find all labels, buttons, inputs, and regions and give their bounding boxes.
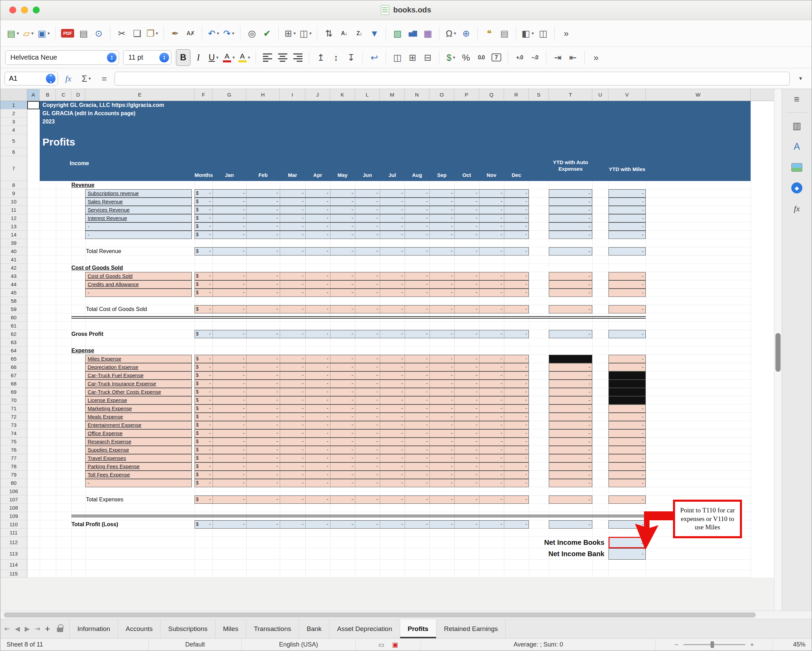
row-header-62[interactable]: 62 [0, 330, 27, 338]
cell-P[interactable]: - [454, 462, 479, 471]
cell-G[interactable]: - [212, 520, 246, 529]
combo-dropdown-icon[interactable]: ▴▾ [46, 74, 55, 84]
cell-H[interactable]: - [246, 281, 280, 289]
equals-icon[interactable]: = [97, 70, 111, 87]
cell-T[interactable]: - [549, 214, 592, 223]
cell-R[interactable]: - [504, 454, 529, 462]
clear-formatting-icon[interactable]: A✗ [183, 25, 198, 42]
cell-P[interactable]: - [454, 413, 479, 421]
cell-E[interactable]: Miles Expense [85, 355, 192, 363]
cell-L[interactable]: - [355, 330, 380, 338]
dropdown-caret-icon[interactable]: ▾ [232, 31, 235, 36]
cell-N[interactable]: - [404, 363, 429, 371]
cell-F[interactable]: -$ [195, 223, 212, 231]
cell-reference-box[interactable]: A1 ▴▾ [5, 72, 58, 85]
row-header-80[interactable]: 80 [0, 479, 27, 487]
vertical-scrollbar-thumb[interactable] [775, 333, 781, 372]
cell-L[interactable]: - [355, 380, 380, 388]
cell-R[interactable]: - [504, 404, 529, 413]
zoom-out-icon[interactable]: − [675, 641, 678, 649]
sheet-tab-accounts[interactable]: Accounts [118, 619, 160, 638]
cell-J[interactable]: - [305, 198, 330, 206]
cell-R[interactable]: - [504, 223, 529, 231]
cell-E[interactable]: Cost of Goods Sold [85, 272, 192, 281]
cell-V[interactable] [609, 396, 646, 404]
cell-F[interactable]: -$ [195, 231, 212, 239]
cell-T[interactable]: - [549, 231, 592, 239]
cell-T[interactable]: - [549, 396, 592, 404]
cell-V[interactable]: - [609, 446, 646, 454]
zoom-slider[interactable] [683, 644, 745, 645]
cell-N[interactable]: - [404, 206, 429, 214]
sort-descending-icon[interactable]: Z↓ [352, 25, 366, 42]
cell-P[interactable]: - [454, 281, 479, 289]
function-wizard-icon[interactable]: fx [61, 70, 76, 87]
dropdown-caret-icon[interactable]: ▾ [47, 31, 50, 36]
row-header-9[interactable]: 9 [0, 189, 27, 198]
cell-H[interactable]: - [246, 289, 280, 297]
cell-J[interactable]: - [305, 388, 330, 396]
row-header-5[interactable]: 5 [0, 134, 27, 148]
cell-Q[interactable]: - [479, 471, 504, 479]
cell-P[interactable]: - [454, 214, 479, 223]
row-header-110[interactable]: 110 [0, 520, 27, 529]
cell-I[interactable]: - [280, 479, 305, 487]
cell-N[interactable]: - [404, 438, 429, 446]
cell-L[interactable]: - [355, 231, 380, 239]
cell-H[interactable]: - [246, 421, 280, 429]
column-header-W[interactable]: W [646, 89, 751, 101]
cell-L[interactable]: - [355, 281, 380, 289]
cell-E[interactable]: Marketing Expense [85, 404, 192, 413]
dropdown-caret-icon[interactable]: ▾ [453, 55, 455, 60]
cell-V[interactable]: - [609, 363, 646, 371]
cell-V[interactable]: - [609, 247, 646, 256]
cell-R[interactable]: - [504, 380, 529, 388]
combo-dropdown-icon[interactable]: ▴▾ [107, 53, 117, 63]
cell-P[interactable]: - [454, 495, 479, 504]
cell-P[interactable]: - [454, 189, 479, 198]
cell-K[interactable]: - [330, 495, 355, 504]
row-header-73[interactable]: 73 [0, 421, 27, 429]
cell-V[interactable]: - [609, 272, 646, 281]
cell-Q[interactable]: - [479, 281, 504, 289]
cell-O[interactable]: - [429, 429, 454, 438]
cell-E[interactable]: Research Expense [85, 438, 192, 446]
zoom-window-icon[interactable] [33, 6, 40, 14]
cell-E[interactable]: Interest Revenue [85, 214, 192, 223]
cell-O[interactable]: - [429, 479, 454, 487]
spelling-icon[interactable]: ✔ [260, 25, 274, 42]
undo-icon[interactable]: ↶▾ [206, 25, 221, 42]
font-name-combo[interactable]: Helvetica Neue ▴▾ [5, 50, 119, 65]
cell-M[interactable]: - [380, 305, 404, 313]
cell-V[interactable] [609, 371, 646, 380]
cell-H[interactable]: - [246, 479, 280, 487]
cell-Q[interactable]: - [479, 404, 504, 413]
row-header-59[interactable]: 59 [0, 305, 27, 313]
cell-T[interactable]: - [549, 371, 592, 380]
cell-Q[interactable]: - [479, 305, 504, 313]
cell-M[interactable]: - [380, 214, 404, 223]
redo-icon[interactable]: ↷▾ [221, 25, 236, 42]
column-header-C[interactable]: C [56, 89, 72, 101]
clone-formatting-icon[interactable]: ✒ [168, 25, 183, 42]
cell-L[interactable]: - [355, 289, 380, 297]
cell-G[interactable]: - [212, 429, 246, 438]
align-center-icon[interactable] [275, 49, 290, 66]
cell-M[interactable]: - [380, 363, 404, 371]
cell-L[interactable]: - [355, 355, 380, 363]
row-header-14[interactable]: 14 [0, 231, 27, 239]
cell-L[interactable]: - [355, 198, 380, 206]
cell-M[interactable]: - [380, 272, 404, 281]
cell-M[interactable]: - [380, 404, 404, 413]
cell-V[interactable]: - [609, 305, 646, 313]
cell-K[interactable]: - [330, 471, 355, 479]
cell-K[interactable]: - [330, 462, 355, 471]
cell-G[interactable]: - [212, 404, 246, 413]
cell-I[interactable]: - [280, 471, 305, 479]
cell-O[interactable]: - [429, 380, 454, 388]
cell-V[interactable]: - [609, 462, 646, 471]
cell-M[interactable]: - [380, 206, 404, 214]
cell-L[interactable]: - [355, 438, 380, 446]
open-file-icon[interactable]: ▱▾ [21, 25, 35, 42]
cell-Q[interactable]: - [479, 355, 504, 363]
